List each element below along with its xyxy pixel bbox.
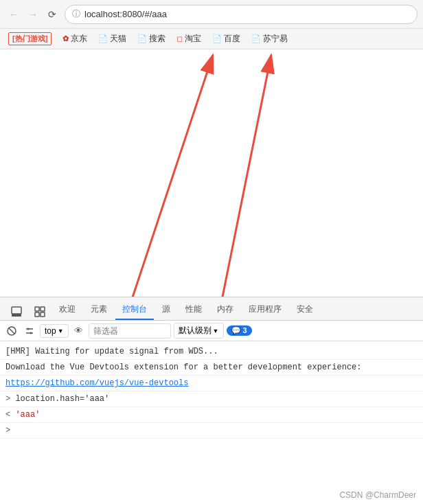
suning-label: 苏宁易 [263, 33, 288, 45]
level-select[interactable]: 默认级别 ▼ [174, 323, 224, 339]
bookmark-hotgame[interactable]: [热门游戏] [4, 31, 56, 47]
tab-memory[interactable]: 内存 [210, 299, 240, 320]
message-count-badge: 💬 3 [227, 325, 252, 336]
back-button[interactable]: ← [5, 6, 22, 23]
devtools-icon-dock[interactable] [5, 303, 27, 320]
console-line-link: https://github.com/vuejs/vue-devtools [0, 376, 423, 391]
filter-input[interactable] [89, 323, 171, 339]
svg-rect-5 [12, 314, 21, 317]
console-output: [HMR] Waiting for update signal from WDS… [0, 341, 423, 504]
svg-rect-4 [12, 307, 21, 314]
hotgame-label: [热门游戏] [8, 32, 52, 45]
bookmarks-bar: [热门游戏] ✿ 京东 📄 天猫 📄 搜索 ◻ 淘宝 📄 百度 📄 苏宁易 [0, 29, 423, 49]
svg-point-15 [30, 332, 32, 334]
context-label: top [45, 326, 56, 336]
svg-line-2 [130, 55, 213, 303]
tianmao-label: 天猫 [110, 33, 126, 45]
context-dropdown-icon: ▼ [58, 328, 64, 334]
eye-button[interactable]: 👁 [71, 324, 86, 337]
suning-icon: 📄 [251, 34, 261, 43]
prompt-lt: < [5, 410, 15, 420]
svg-rect-7 [41, 307, 45, 311]
clear-console-button[interactable] [4, 323, 19, 339]
search-label: 搜索 [149, 33, 165, 45]
console-line-prompt: > [0, 423, 423, 439]
main-content [0, 49, 423, 317]
console-text-devtools: Download the Vue Devtools extension for … [5, 363, 361, 372]
bookmark-taobao[interactable]: ◻ 淘宝 [172, 32, 205, 46]
bookmark-tianmao[interactable]: 📄 天猫 [94, 32, 130, 46]
devtools-link[interactable]: https://github.com/vuejs/vue-devtools [5, 378, 188, 388]
search-icon: 📄 [137, 34, 147, 43]
url-display: localhost:8080/#/aaa [84, 9, 167, 19]
baidu-icon: 📄 [212, 34, 222, 43]
console-line-result: < 'aaa' [0, 407, 423, 423]
tab-welcome[interactable]: 欢迎 [52, 299, 82, 320]
tab-elements[interactable]: 元素 [84, 299, 114, 320]
context-select[interactable]: top ▼ [40, 324, 69, 338]
browser-toolbar: ← → ⟳ ⓘ localhost:8080/#/aaa [0, 0, 423, 29]
devtools-panel: 欢迎 元素 控制台 源 性能 内存 应用程序 安全 top ▼ 👁 [0, 297, 423, 504]
svg-rect-6 [35, 307, 39, 311]
svg-rect-9 [41, 312, 45, 317]
badge-count: 3 [243, 326, 247, 334]
arrows-overlay [0, 49, 423, 317]
tianmao-icon: 📄 [98, 34, 108, 43]
devtools-icon-inspect[interactable] [29, 303, 51, 320]
forward-button[interactable]: → [25, 6, 41, 23]
nav-buttons: ← → ⟳ [5, 6, 60, 23]
console-text-hmr: [HMR] Waiting for update signal from WDS… [5, 347, 218, 356]
svg-line-11 [9, 328, 14, 334]
devtools-tabs: 欢迎 元素 控制台 源 性能 内存 应用程序 安全 [0, 297, 423, 321]
tab-performance[interactable]: 性能 [179, 299, 209, 320]
toggle-filter-button[interactable] [22, 323, 37, 339]
bookmark-jd[interactable]: ✿ 京东 [58, 32, 91, 46]
prompt-gt-2: > [5, 426, 10, 435]
message-count: 💬 [231, 326, 243, 334]
address-bar[interactable]: ⓘ localhost:8080/#/aaa [65, 5, 418, 24]
baidu-label: 百度 [224, 33, 240, 45]
taobao-icon: ◻ [176, 34, 183, 43]
level-label: 默认级别 [179, 325, 212, 336]
tab-security[interactable]: 安全 [290, 299, 320, 320]
console-line-hmr: [HMR] Waiting for update signal from WDS… [0, 344, 423, 360]
tab-console[interactable]: 控制台 [115, 299, 154, 320]
reload-button[interactable]: ⟳ [44, 6, 60, 23]
taobao-label: 淘宝 [185, 33, 201, 45]
svg-line-3 [220, 55, 271, 310]
bookmark-baidu[interactable]: 📄 百度 [208, 32, 244, 46]
bookmark-search[interactable]: 📄 搜索 [133, 32, 170, 46]
devtools-console-toolbar: top ▼ 👁 默认级别 ▼ 💬 3 [0, 321, 423, 341]
security-info-icon: ⓘ [72, 8, 80, 20]
console-line-code: > location.hash='aaa' [0, 391, 423, 407]
tab-application[interactable]: 应用程序 [242, 299, 288, 320]
console-result-text: 'aaa' [15, 410, 40, 420]
jd-icon: ✿ [62, 34, 69, 43]
prompt-gt-1: > [5, 394, 15, 404]
tab-sources[interactable]: 源 [155, 299, 177, 320]
bookmark-suning[interactable]: 📄 苏宁易 [247, 32, 292, 46]
svg-point-13 [27, 328, 30, 330]
console-line-devtools: Download the Vue Devtools extension for … [0, 360, 423, 376]
console-code-text: location.hash='aaa' [15, 394, 109, 404]
svg-rect-8 [35, 312, 39, 317]
jd-label: 京东 [71, 33, 87, 45]
level-dropdown-icon: ▼ [213, 328, 219, 334]
